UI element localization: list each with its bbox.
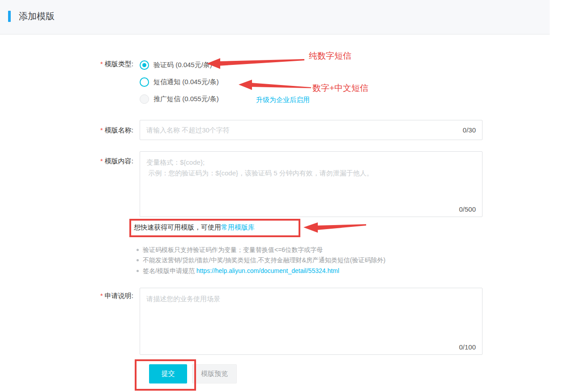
note-item-1: 验证码模板只支持验证码作为变量；变量替换值<=6位数字或字母	[137, 246, 323, 254]
template-content-textarea[interactable]	[140, 152, 482, 217]
annotation-text-digit-chinese-sms: 数字+中文短信	[312, 82, 368, 94]
template-name-input[interactable]	[140, 126, 463, 134]
page-title: 添加模版	[19, 10, 55, 22]
required-marker: *	[100, 60, 103, 68]
radio-row-promo-sms: 推广短信 (0.055元/条)	[140, 94, 219, 104]
note-item-3: 签名/模版申请规范 https://help.aliyun.com/docume…	[137, 267, 339, 275]
template-name-counter: 0/30	[463, 126, 482, 134]
field-label-template-type: *模版类型:	[0, 60, 133, 68]
annotation-arrow-hint	[303, 222, 367, 234]
template-preview-button[interactable]: 模版预览	[192, 364, 237, 383]
annotation-text-pure-digit-sms: 纯数字短信	[309, 50, 351, 62]
bullet-icon	[137, 259, 139, 261]
radio-label-sms-notification[interactable]: 短信通知 (0.045元/条)	[154, 78, 219, 86]
annotation-box-submit	[135, 359, 196, 391]
template-name-field: 0/30	[140, 120, 483, 140]
radio-verification-code[interactable]	[140, 60, 149, 70]
template-rules-doc-link[interactable]: https://help.aliyun.com/document_detail/…	[196, 267, 339, 274]
annotation-arrow-verification	[207, 56, 305, 70]
radio-promo-sms-disabled	[140, 94, 149, 104]
required-marker: *	[100, 157, 103, 165]
field-label-template-content: *模版内容:	[0, 157, 133, 166]
field-label-template-name: *模版名称:	[0, 126, 133, 135]
application-note-textarea[interactable]	[140, 288, 482, 354]
application-note-field: 0/100	[140, 288, 483, 355]
radio-row-verification-code[interactable]: 验证码 (0.045元/条)	[140, 60, 212, 70]
annotation-box-hint	[129, 219, 300, 237]
radio-label-promo-sms: 推广短信 (0.055元/条)	[154, 95, 219, 103]
required-marker: *	[100, 292, 103, 299]
radio-label-verification-code[interactable]: 验证码 (0.045元/条)	[154, 61, 212, 69]
field-label-application-note: *申请说明:	[0, 292, 133, 300]
radio-sms-notification[interactable]	[140, 77, 149, 87]
annotation-arrow-notification	[239, 79, 312, 91]
bullet-icon	[137, 270, 139, 272]
bullet-icon	[137, 249, 139, 251]
upgrade-enterprise-link[interactable]: 升级为企业后启用	[256, 96, 310, 104]
template-content-counter: 0/500	[459, 205, 476, 213]
application-note-counter: 0/100	[459, 343, 476, 351]
note-item-2: 不能发送营销/贷款/借款/中奖/抽奖类短信,不支持金融理财&房产通知类短信(验证…	[137, 256, 385, 264]
add-template-page: 添加模版 *模版类型: 验证码 (0.045元/条) 短信通知 (0.045元/…	[0, 0, 568, 392]
title-accent-bar	[8, 11, 11, 22]
required-marker: *	[100, 126, 103, 134]
radio-row-sms-notification[interactable]: 短信通知 (0.045元/条)	[140, 77, 219, 87]
page-header: 添加模版	[0, 0, 550, 34]
template-content-field: 0/500	[140, 151, 483, 217]
